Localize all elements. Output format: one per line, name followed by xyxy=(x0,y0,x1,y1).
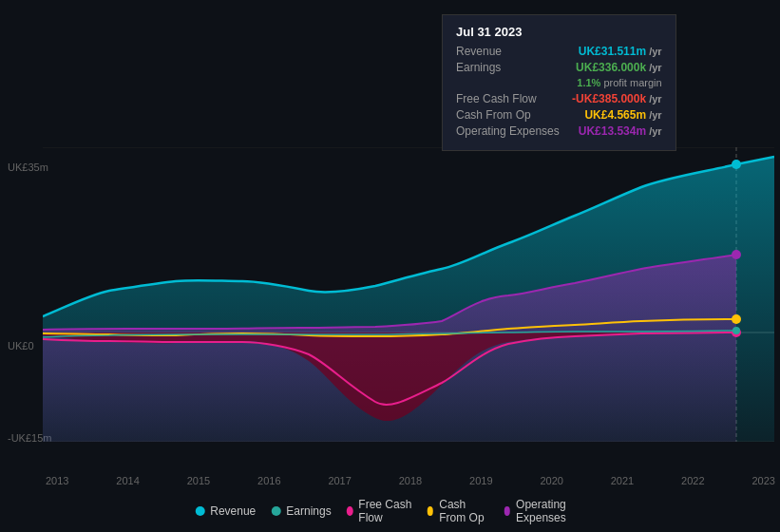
revenue-label: Revenue xyxy=(456,45,502,58)
opex-value: UK£13.534m/yr xyxy=(579,124,662,138)
legend-opex[interactable]: Operating Expenses xyxy=(504,498,584,524)
legend-fcf-label: Free Cash Flow xyxy=(358,498,411,524)
fcf-value: -UK£385.000k/yr xyxy=(572,92,662,105)
legend-cfo-dot xyxy=(428,506,434,516)
opex-label: Operating Expenses xyxy=(456,124,560,138)
revenue-value: UK£31.511m/yr xyxy=(579,45,662,58)
opex-dot xyxy=(732,250,741,259)
earnings-row: Earnings UK£336.000k/yr xyxy=(456,61,662,74)
legend-earnings-label: Earnings xyxy=(286,504,331,518)
tooltip-panel: Jul 31 2023 Revenue UK£31.511m/yr Earnin… xyxy=(442,14,676,151)
opex-row: Operating Expenses UK£13.534m/yr xyxy=(456,124,662,138)
x-label-2016: 2016 xyxy=(257,475,280,486)
fcf-row: Free Cash Flow -UK£385.000k/yr xyxy=(456,92,662,105)
cfo-value: UK£4.565m/yr xyxy=(584,108,661,122)
legend-fcf[interactable]: Free Cash Flow xyxy=(347,498,412,524)
cfo-row: Cash From Op UK£4.565m/yr xyxy=(456,108,662,122)
legend-revenue-dot xyxy=(195,506,204,516)
legend-opex-dot xyxy=(504,506,510,516)
legend-revenue-label: Revenue xyxy=(210,504,256,518)
fcf-label: Free Cash Flow xyxy=(456,92,537,105)
x-label-2013: 2013 xyxy=(46,475,68,486)
cfo-dot xyxy=(732,314,741,324)
x-label-2018: 2018 xyxy=(399,475,422,486)
x-label-2017: 2017 xyxy=(328,475,351,486)
main-chart[interactable] xyxy=(43,147,774,442)
x-label-2020: 2020 xyxy=(540,475,562,486)
x-label-2022: 2022 xyxy=(681,475,704,486)
legend-opex-label: Operating Expenses xyxy=(516,498,585,524)
legend-cfo-label: Cash From Op xyxy=(439,498,488,524)
x-label-2023: 2023 xyxy=(751,475,774,486)
y-label-bot: -UK£15m xyxy=(8,432,51,504)
tooltip-date: Jul 31 2023 xyxy=(456,25,662,39)
x-label-2021: 2021 xyxy=(611,475,634,486)
earnings-label: Earnings xyxy=(456,61,501,74)
x-label-2014: 2014 xyxy=(116,475,139,486)
x-label-2019: 2019 xyxy=(469,475,492,486)
legend-cfo[interactable]: Cash From Op xyxy=(428,498,489,524)
legend-fcf-dot xyxy=(347,506,353,516)
x-label-2015: 2015 xyxy=(187,475,210,486)
revenue-row: Revenue UK£31.511m/yr xyxy=(456,45,662,58)
legend-earnings-dot xyxy=(271,506,280,516)
chart-legend: Revenue Earnings Free Cash Flow Cash Fro… xyxy=(195,498,585,524)
earnings-value: UK£336.000k/yr xyxy=(576,61,662,74)
earnings-dot xyxy=(732,327,740,334)
revenue-dot xyxy=(732,160,741,169)
legend-revenue[interactable]: Revenue xyxy=(195,504,256,518)
profit-margin: 1.1% profit margin xyxy=(456,77,662,88)
x-axis-labels: 2013 2014 2015 2016 2017 2018 2019 2020 … xyxy=(46,475,775,486)
y-label-mid: UK£0 xyxy=(8,340,34,352)
cfo-label: Cash From Op xyxy=(456,108,531,122)
legend-earnings[interactable]: Earnings xyxy=(271,504,331,518)
